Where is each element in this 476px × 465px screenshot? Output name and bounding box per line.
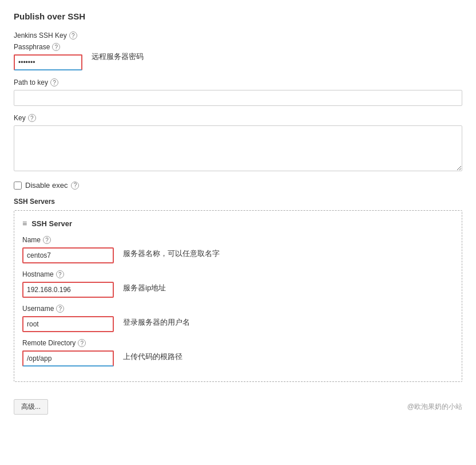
passphrase-row: Passphrase ? 远程服务器密码 [14, 43, 462, 70]
username-label-row: Username ? [22, 305, 114, 313]
username-field-group: Username ? [22, 305, 114, 332]
ssh-servers-section: SSH Servers ≡ SSH Server Name ? 服务器名称，可以… [14, 198, 462, 382]
ssh-servers-label: SSH Servers [14, 198, 462, 206]
disable-exec-label: Disable exec [25, 181, 68, 190]
username-help-icon[interactable]: ? [56, 305, 64, 313]
remote-directory-annotation: 上传代码的根路径 [123, 352, 183, 362]
ssh-server-header: ≡ SSH Server [22, 219, 454, 228]
drag-icon: ≡ [22, 219, 27, 228]
remote-directory-label-text: Remote Directory [22, 339, 76, 347]
path-to-key-label-row: Path to key ? [14, 78, 462, 86]
jenkins-ssh-key-text: Jenkins SSH Key [14, 31, 67, 40]
username-input[interactable] [22, 316, 114, 332]
remote-directory-input[interactable] [22, 350, 114, 367]
bottom-bar: 高级... @欧泡果奶的小站 [14, 393, 462, 415]
passphrase-group: Passphrase ? [14, 43, 82, 70]
hostname-label-text: Hostname [22, 270, 54, 278]
ssh-server-box: ≡ SSH Server Name ? 服务器名称，可以任意取名字 Hostna… [14, 210, 462, 382]
name-field-group: Name ? [22, 236, 114, 263]
advanced-button[interactable]: 高级... [14, 399, 48, 415]
hostname-help-icon[interactable]: ? [56, 270, 64, 278]
name-label-row: Name ? [22, 236, 114, 244]
passphrase-input-wrap [14, 54, 82, 70]
path-to-key-label-text: Path to key [14, 78, 48, 86]
path-to-key-help-icon[interactable]: ? [50, 78, 58, 86]
username-label-text: Username [22, 305, 54, 313]
jenkins-ssh-key-label: Jenkins SSH Key ? [14, 31, 462, 40]
key-group: Key ? [14, 114, 462, 173]
passphrase-help-icon[interactable]: ? [52, 43, 60, 51]
passphrase-label-text: Passphrase [14, 43, 50, 51]
remote-directory-field-group: Remote Directory ? [22, 339, 114, 367]
key-label-row: Key ? [14, 114, 462, 122]
hostname-field-group: Hostname ? [22, 270, 114, 298]
hostname-field-row: Hostname ? 服务器ip地址 [22, 270, 454, 298]
disable-exec-checkbox[interactable] [14, 182, 22, 190]
name-label-text: Name [22, 236, 41, 244]
passphrase-input[interactable] [14, 54, 82, 70]
path-to-key-input[interactable] [14, 90, 462, 106]
passphrase-label-row: Passphrase ? [14, 43, 82, 51]
name-input[interactable] [22, 247, 114, 263]
path-to-key-group: Path to key ? [14, 78, 462, 106]
hostname-input[interactable] [22, 282, 114, 298]
remote-directory-help-icon[interactable]: ? [78, 339, 86, 347]
name-annotation: 服务器名称，可以任意取名字 [123, 249, 220, 259]
remote-directory-label-row: Remote Directory ? [22, 339, 114, 347]
key-label-text: Key [14, 114, 26, 122]
disable-exec-help-icon[interactable]: ? [71, 182, 79, 190]
name-help-icon[interactable]: ? [43, 236, 51, 244]
jenkins-ssh-key-help-icon[interactable]: ? [69, 31, 77, 40]
hostname-annotation: 服务器ip地址 [123, 283, 166, 293]
hostname-label-row: Hostname ? [22, 270, 114, 278]
remote-directory-field-row: Remote Directory ? 上传代码的根路径 [22, 339, 454, 367]
page-title: Publish over SSH [14, 11, 462, 21]
key-textarea[interactable] [14, 125, 462, 171]
username-annotation: 登录服务器的用户名 [123, 317, 190, 328]
passphrase-annotation: 远程服务器密码 [92, 52, 144, 62]
ssh-server-title: SSH Server [31, 219, 72, 228]
key-help-icon[interactable]: ? [28, 114, 36, 122]
username-field-row: Username ? 登录服务器的用户名 [22, 305, 454, 332]
disable-exec-row: Disable exec ? [14, 181, 462, 190]
name-field-row: Name ? 服务器名称，可以任意取名字 [22, 236, 454, 263]
watermark: @欧泡果奶的小站 [407, 402, 462, 412]
